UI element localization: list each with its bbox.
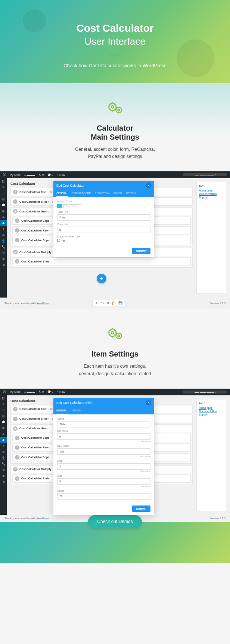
select-color-button[interactable]: Select Color <box>63 204 81 208</box>
menu-posts-icon[interactable]: ✎ <box>0 401 7 407</box>
name-input[interactable] <box>57 421 150 427</box>
currency-input[interactable] <box>57 227 150 233</box>
info-link[interactable]: Documentation <box>199 410 224 413</box>
max-value-input[interactable] <box>57 448 150 455</box>
wp-adminbar: ⓦ My Sites ⌂ ▬▬▬ ↻ 9 💬 0 + New ▬▬ ▬▬▬ ▬▬… <box>0 171 230 178</box>
menu-media-icon[interactable]: ▭ <box>0 407 7 413</box>
close-icon[interactable]: ✕ <box>146 400 151 405</box>
field-label: Offset <box>57 489 150 492</box>
menu-media-icon[interactable]: ▭ <box>0 190 7 196</box>
menu-dashboard-icon[interactable]: ◧ <box>0 178 7 184</box>
redo-icon[interactable]: ↷ <box>101 301 104 305</box>
group-icon: ◉ <box>13 426 18 431</box>
tab-design[interactable]: DESIGN <box>72 408 81 414</box>
menu-cost-calculator-icon[interactable]: ◆ <box>0 437 7 443</box>
wp-admin-screenshot-2: ⓦ My Sites ⌂ ▬▬▬ ↻ 9 💬 0 + New ▬▬ ▬▬▬ ▬▬… <box>0 389 230 522</box>
menu-users-icon[interactable]: 👤 <box>0 455 7 461</box>
menu-item-icon[interactable]: ◉ <box>0 473 7 479</box>
paste-icon[interactable]: 📋 <box>112 301 116 305</box>
svg-point-1 <box>111 106 114 108</box>
wp-side-menu: ◧ ✎ ▭ ▤ 💬 ▦ ◈ ◆ ✦ ◐ 👤 🔧 ⚙ ◉ ◀ <box>0 178 7 298</box>
hero-tagline: Check how Cost Calculator works in WordP… <box>7 63 223 68</box>
adminbar-site[interactable]: ⌂ ▬▬▬ <box>24 173 35 177</box>
multiply-icon: ☰ <box>13 467 18 472</box>
adminbar-user[interactable]: ▬▬ ▬▬▬ ▬▬▬ ● <box>183 173 227 176</box>
menu-item-icon[interactable]: ▦ <box>0 425 7 431</box>
menu-settings-icon[interactable]: ⚙ <box>0 467 7 473</box>
tab-recaptcha[interactable]: RECAPTCHA <box>95 190 110 197</box>
menu-appearance-icon[interactable]: ✦ <box>0 226 7 232</box>
adminbar-new[interactable]: + New <box>57 390 65 393</box>
currency-after-checkbox[interactable] <box>57 239 60 242</box>
adminbar-site[interactable]: ⌂ ▬▬▬ <box>24 390 35 393</box>
menu-item-icon[interactable]: ▦ <box>0 208 7 214</box>
total-title-input[interactable] <box>57 214 150 221</box>
undo-icon[interactable]: ↶ <box>96 301 99 305</box>
element-row[interactable]: →Cost Calculator Slider <box>12 257 191 265</box>
info-panel: Info Home page Documentation Support <box>196 399 226 511</box>
text-icon: T <box>13 190 18 194</box>
adminbar-comments[interactable]: 💬 0 <box>47 173 53 177</box>
step-input[interactable] <box>57 463 150 470</box>
adminbar-mysites[interactable]: My Sites <box>10 173 21 177</box>
wp-admin-screenshot-1: ⓦ My Sites ⌂ ▬▬▬ ↻ 9 💬 0 + New ▬▬ ▬▬▬ ▬▬… <box>0 171 230 309</box>
field-label: Currency After Total <box>57 235 150 238</box>
color-swatch[interactable] <box>57 204 62 208</box>
menu-comments-icon[interactable]: 💬 <box>0 202 7 208</box>
tab-contact-form[interactable]: CONTACT-FORM <box>72 190 91 197</box>
menu-appearance-icon[interactable]: ✦ <box>0 443 7 449</box>
check-demos-button[interactable]: Check out Demos <box>88 515 142 528</box>
menu-collapse-icon[interactable]: ◀ <box>0 479 7 485</box>
wordpress-link[interactable]: WordPress <box>37 302 50 305</box>
menu-plugins-icon[interactable]: ◐ <box>0 232 7 238</box>
wp-logo-icon[interactable]: ⓦ <box>3 173 6 177</box>
menu-item-icon[interactable]: ◈ <box>0 214 7 220</box>
menu-comments-icon[interactable]: 💬 <box>0 419 7 425</box>
menu-item-icon[interactable]: ◈ <box>0 431 7 437</box>
adminbar-user[interactable]: ▬▬ ▬▬▬ ▬▬▬ ● <box>183 391 227 393</box>
info-link[interactable]: Support <box>199 413 224 416</box>
close-icon[interactable]: ✕ <box>146 183 151 188</box>
info-link[interactable]: Support <box>199 196 224 199</box>
menu-pages-icon[interactable]: ▤ <box>0 413 7 419</box>
menu-item-icon[interactable]: ◉ <box>0 256 7 262</box>
adminbar-comments[interactable]: 💬 0 <box>47 390 53 393</box>
menu-pages-icon[interactable]: ▤ <box>0 196 7 202</box>
unit-input[interactable] <box>57 478 150 485</box>
tab-general[interactable]: GENERAL <box>56 190 68 197</box>
menu-tools-icon[interactable]: 🔧 <box>0 461 7 467</box>
menu-users-icon[interactable]: 👤 <box>0 238 7 244</box>
submit-button[interactable]: SUBMIT <box>132 505 150 512</box>
info-title: Info <box>199 184 224 188</box>
info-link[interactable]: Home page <box>199 189 224 192</box>
wordpress-link[interactable]: WordPress <box>37 517 50 520</box>
offset-input[interactable] <box>57 493 150 500</box>
wp-logo-icon[interactable]: ⓦ <box>3 390 6 394</box>
menu-cost-calculator-icon[interactable]: ◆ <box>0 220 7 226</box>
adminbar-new[interactable]: + New <box>57 173 65 177</box>
divider <box>109 55 121 55</box>
field-label: Step <box>57 460 150 462</box>
hero-banner: Cost Calculator User Interface Check how… <box>0 0 230 83</box>
menu-settings-icon[interactable]: ⚙ <box>0 250 7 256</box>
menu-collapse-icon[interactable]: ◀ <box>0 262 7 268</box>
min-value-input[interactable] <box>57 433 150 440</box>
save-icon[interactable]: 💾 <box>118 301 122 305</box>
gears-icon <box>106 324 124 343</box>
tab-design[interactable]: DESIGN <box>126 190 136 197</box>
tab-paypal[interactable]: PAYPAL <box>114 190 122 197</box>
menu-posts-icon[interactable]: ✎ <box>0 184 7 190</box>
copy-icon[interactable]: ⧉ <box>107 301 109 305</box>
tab-general[interactable]: GENERAL <box>56 408 68 414</box>
menu-plugins-icon[interactable]: ◐ <box>0 449 7 455</box>
adminbar-updates[interactable]: ↻ 9 <box>39 390 44 393</box>
menu-tools-icon[interactable]: 🔧 <box>0 244 7 250</box>
add-element-button[interactable]: + <box>97 274 106 283</box>
adminbar-mysites[interactable]: My Sites <box>10 390 21 393</box>
adminbar-updates[interactable]: ↻ 9 <box>39 173 44 177</box>
info-link[interactable]: Documentation <box>199 193 224 195</box>
separator-icon: | <box>15 455 19 460</box>
info-link[interactable]: Home page <box>199 407 224 409</box>
menu-dashboard-icon[interactable]: ◧ <box>0 395 7 401</box>
submit-button[interactable]: SUBMIT <box>132 248 150 254</box>
